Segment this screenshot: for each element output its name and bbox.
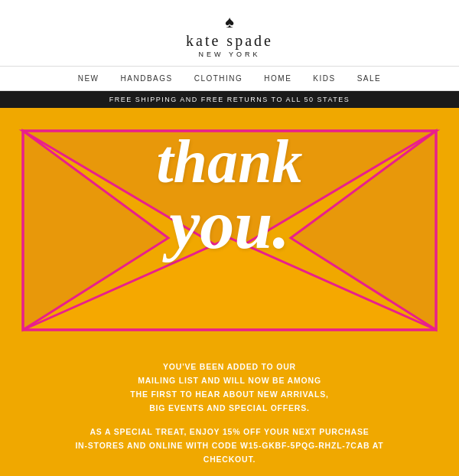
mailing-list-text: YOU'VE BEEN ADDED TO OURMAILING LIST AND…	[46, 360, 413, 415]
spade-icon: ♠	[0, 14, 459, 31]
nav-item-sale[interactable]: SALE	[357, 74, 382, 83]
promo-banner: FREE SHIPPING AND FREE RETURNS TO ALL 50…	[0, 91, 459, 108]
nav-item-new[interactable]: NEW	[78, 74, 99, 83]
promo-text: FREE SHIPPING AND FREE RETURNS TO ALL 50…	[109, 96, 350, 103]
nav-item-handbags[interactable]: HANDBAGS	[121, 74, 173, 83]
brand-name: kate spade	[0, 32, 459, 50]
body-section: YOU'VE BEEN ADDED TO OURMAILING LIST AND…	[0, 345, 459, 476]
navigation: NEW HANDBAGS CLOTHING HOME KIDS SALE	[0, 66, 459, 91]
brand-subtitle: NEW YORK	[0, 51, 459, 58]
offer-text: AS A SPECIAL TREAT, ENJOY 15% OFF YOUR N…	[46, 425, 413, 467]
nav-item-home[interactable]: HOME	[264, 74, 291, 83]
nav-item-kids[interactable]: KIDS	[313, 74, 335, 83]
envelope-graphic	[0, 108, 459, 345]
envelope-section: thank you.	[0, 108, 459, 345]
header: ♠ kate spade NEW YORK	[0, 0, 459, 66]
nav-item-clothing[interactable]: CLOTHING	[194, 74, 243, 83]
